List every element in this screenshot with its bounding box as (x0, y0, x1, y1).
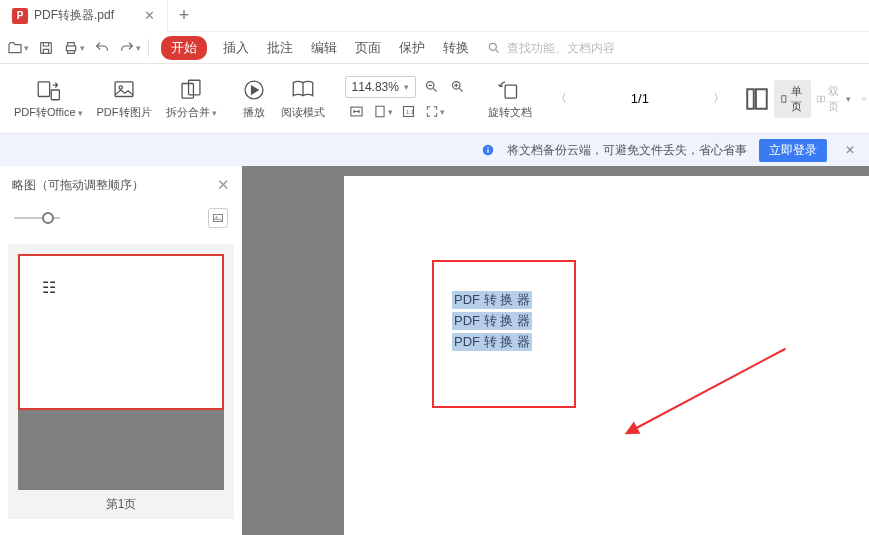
zoom-in-icon[interactable] (448, 77, 468, 97)
rotate-icon (497, 77, 523, 103)
banner-text: 将文档备份云端，可避免文件丢失，省心省事 (507, 142, 747, 159)
prev-page-button[interactable]: 〈 (550, 88, 572, 110)
svg-rect-1 (41, 42, 52, 53)
save-icon[interactable] (34, 36, 58, 60)
svg-rect-4 (39, 82, 50, 97)
svg-rect-5 (52, 90, 60, 100)
thumbnails-panel-title: 略图（可拖动调整顺序） (12, 177, 144, 194)
fullscreen-icon[interactable]: ▾ (425, 102, 445, 122)
thumbnail-size-slider[interactable] (14, 211, 60, 225)
svg-rect-17 (505, 85, 516, 98)
thumbnail-content-icon: ☷ (42, 278, 54, 297)
pdf-to-office-button[interactable]: PDF转Office▾ (8, 73, 89, 124)
rotate-button[interactable]: 旋转文档 (482, 73, 538, 124)
view-single-page[interactable]: 单页 (774, 80, 811, 118)
cloud-backup-banner: 将文档备份云端，可避免文件丢失，省心省事 立即登录 ✕ (0, 134, 869, 166)
zoom-out-icon[interactable] (422, 77, 442, 97)
next-page-button[interactable]: 〉 (708, 88, 730, 110)
search-icon (487, 41, 501, 55)
thumbnails-panel: 略图（可拖动调整顺序） ✕ ☷ 第1页 (0, 166, 242, 535)
svg-rect-6 (115, 82, 133, 97)
svg-rect-22 (821, 96, 824, 102)
pdf-to-office-icon (35, 77, 61, 103)
print-icon[interactable]: ▾ (62, 36, 86, 60)
thumbnail-empty-area (18, 410, 224, 490)
svg-rect-8 (182, 84, 193, 99)
redo-icon[interactable]: ▾ (118, 36, 142, 60)
pdf-format-icon: P (12, 8, 28, 24)
banner-close-icon[interactable]: ✕ (845, 143, 855, 157)
open-icon[interactable]: ▾ (6, 36, 30, 60)
view-continuous[interactable]: 连续阅读 (856, 65, 869, 133)
thumbnails-panel-toggle[interactable] (742, 84, 772, 114)
svg-text:1:1: 1:1 (406, 109, 414, 115)
pdf-to-image-icon (111, 77, 137, 103)
svg-rect-18 (747, 89, 754, 109)
fit-page-icon[interactable]: ▾ (373, 102, 393, 122)
document-tab[interactable]: P PDF转换器.pdf ✕ (0, 0, 168, 32)
new-tab-button[interactable]: + (168, 5, 200, 26)
play-button[interactable]: 播放 (235, 73, 273, 124)
document-viewport[interactable]: PDF 转 换 器 PDF 转 换 器 PDF 转 换 器 (242, 166, 869, 535)
svg-rect-26 (487, 149, 488, 153)
fit-width-icon[interactable] (347, 102, 367, 122)
menu-edit[interactable]: 编辑 (309, 34, 339, 62)
split-merge-icon (178, 77, 204, 103)
thumbnails-icon (744, 86, 770, 112)
menu-page[interactable]: 页面 (353, 34, 383, 62)
zoom-dropdown[interactable]: 114.83%▾ (345, 76, 416, 98)
read-mode-button[interactable]: 阅读模式 (275, 73, 331, 124)
search-box[interactable] (487, 41, 627, 55)
menu-convert[interactable]: 转换 (441, 34, 471, 62)
split-merge-button[interactable]: 拆分合并▾ (160, 73, 223, 124)
book-icon (290, 77, 316, 103)
svg-rect-2 (66, 46, 75, 51)
svg-rect-20 (782, 95, 786, 101)
thumbnail-image-toggle-icon[interactable] (208, 208, 228, 228)
search-input[interactable] (507, 41, 627, 55)
svg-rect-9 (189, 80, 200, 95)
page-thumbnail-label: 第1页 (18, 490, 224, 519)
selected-text-line[interactable]: PDF 转 换 器 (452, 291, 532, 309)
svg-point-3 (489, 43, 496, 50)
svg-point-27 (487, 147, 488, 148)
play-icon (241, 77, 267, 103)
svg-rect-14 (375, 106, 383, 117)
thumbnails-close-icon[interactable]: ✕ (217, 176, 230, 194)
menu-insert[interactable]: 插入 (221, 34, 251, 62)
menu-annotate[interactable]: 批注 (265, 34, 295, 62)
document-page (344, 176, 869, 535)
login-button[interactable]: 立即登录 (759, 139, 827, 162)
page-indicator[interactable] (580, 87, 700, 111)
menu-protect[interactable]: 保护 (397, 34, 427, 62)
info-icon (481, 143, 495, 157)
pdf-to-image-button[interactable]: PDF转图片 (91, 73, 158, 124)
svg-rect-19 (756, 89, 767, 109)
undo-icon[interactable] (90, 36, 114, 60)
document-tab-title: PDF转换器.pdf (34, 7, 114, 24)
page-thumbnail-1[interactable]: ☷ (18, 254, 224, 410)
tab-close-icon[interactable]: ✕ (144, 8, 155, 23)
selected-text-line[interactable]: PDF 转 换 器 (452, 312, 532, 330)
svg-rect-21 (817, 96, 820, 102)
menu-start[interactable]: 开始 (161, 36, 207, 60)
svg-point-7 (119, 86, 122, 89)
selected-text-line[interactable]: PDF 转 换 器 (452, 333, 532, 351)
actual-size-icon[interactable]: 1:1 (399, 102, 419, 122)
view-double-page[interactable]: 双页▾ (811, 80, 856, 118)
